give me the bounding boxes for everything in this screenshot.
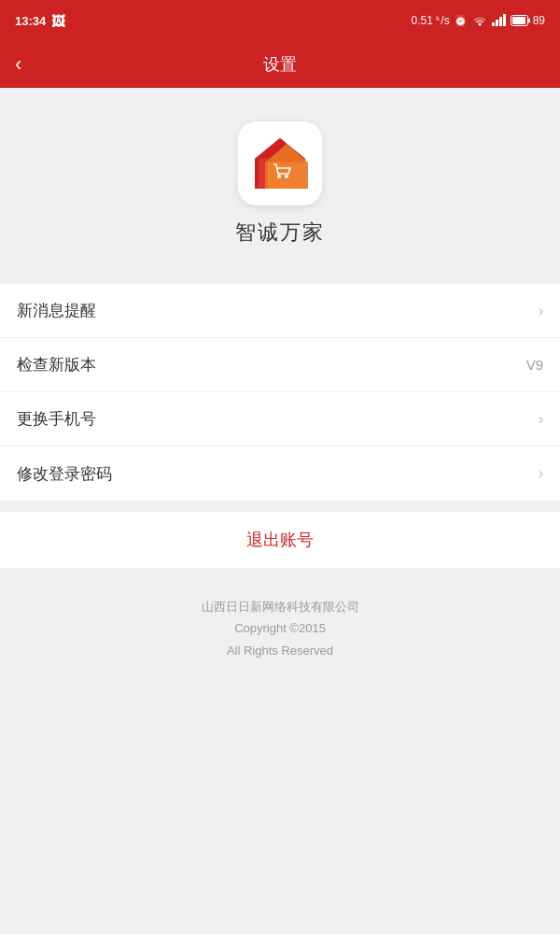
menu-item-notifications[interactable]: 新消息提醒 ›	[0, 284, 560, 338]
menu-label-phone: 更换手机号	[17, 408, 96, 430]
footer-copyright: Copyright ©2015	[9, 617, 551, 639]
footer-company: 山西日日新网络科技有限公司	[9, 596, 551, 617]
menu-right-notifications: ›	[539, 303, 543, 319]
chevron-icon-phone: ›	[539, 411, 543, 428]
toolbar: ‹ 设置	[0, 41, 560, 88]
page-title: 设置	[263, 53, 297, 76]
status-photo-icon: 🖼	[51, 13, 65, 29]
menu-right-version: V9	[526, 357, 543, 373]
svg-rect-1	[496, 20, 498, 26]
menu-label-notifications: 新消息提醒	[17, 300, 96, 321]
status-wifi-icon	[471, 13, 488, 29]
chevron-icon-password: ›	[539, 465, 543, 482]
svg-rect-2	[499, 17, 502, 26]
status-alarm-icon: ⏰	[454, 14, 468, 27]
version-value: V9	[526, 357, 543, 373]
svg-point-13	[285, 175, 288, 178]
svg-rect-3	[503, 14, 506, 26]
status-icons: 0.51 ᵏ/s ⏰ 89	[412, 13, 545, 29]
logout-section[interactable]: 退出账号	[0, 512, 560, 568]
status-signal-icon	[492, 13, 507, 29]
menu-right-password: ›	[539, 465, 543, 482]
svg-rect-6	[528, 19, 530, 23]
app-icon-section: 智诚万家	[0, 88, 560, 273]
logout-button[interactable]: 退出账号	[246, 529, 314, 551]
svg-point-12	[277, 175, 281, 178]
footer-rights: All Rights Reserved	[9, 640, 551, 661]
menu-item-version[interactable]: 检查新版本 V9	[0, 338, 560, 392]
app-icon	[247, 131, 313, 196]
status-battery-icon: 89	[511, 14, 545, 27]
status-speed: 0.51 ᵏ/s	[412, 14, 450, 27]
menu-label-password: 修改登录密码	[17, 463, 112, 485]
menu-label-version: 检查新版本	[17, 354, 96, 375]
status-time: 13:34	[15, 14, 46, 28]
app-name: 智诚万家	[235, 219, 325, 247]
status-time-area: 13:34 🖼	[15, 13, 65, 29]
menu-list: 新消息提醒 › 检查新版本 V9 更换手机号 › 修改登录密码 ›	[0, 284, 560, 501]
svg-rect-5	[512, 17, 525, 24]
svg-rect-0	[492, 22, 495, 26]
app-icon-wrapper	[238, 121, 322, 205]
back-button[interactable]: ‹	[15, 54, 21, 75]
footer: 山西日日新网络科技有限公司 Copyright ©2015 All Rights…	[0, 587, 560, 671]
menu-item-phone[interactable]: 更换手机号 ›	[0, 392, 560, 446]
menu-item-password[interactable]: 修改登录密码 ›	[0, 446, 560, 501]
menu-right-phone: ›	[539, 411, 543, 428]
chevron-icon-notifications: ›	[539, 303, 543, 319]
status-bar: 13:34 🖼 0.51 ᵏ/s ⏰	[0, 0, 560, 41]
